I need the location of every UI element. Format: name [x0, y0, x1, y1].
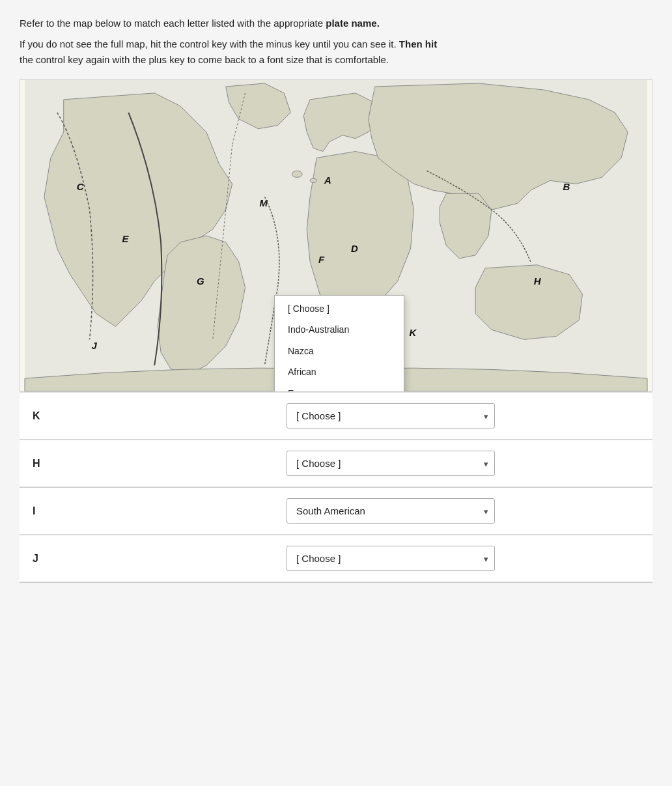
dropdown-item-african[interactable]: African — [275, 361, 404, 382]
plate-select-i[interactable]: [ Choose ] Indo-Australian Nazca African… — [287, 498, 495, 524]
row-label-k: K — [33, 410, 59, 422]
map-container: C B M A E G F D H I J K [ Choose ] Indo-… — [20, 79, 652, 392]
svg-text:M: M — [259, 197, 268, 208]
plate-dropdown-open[interactable]: [ Choose ] Indo-Australian Nazca African… — [274, 295, 404, 392]
svg-text:B: B — [563, 181, 570, 192]
select-wrapper-h: [ Choose ] Indo-Australian Nazca African… — [287, 451, 495, 476]
plate-select-j[interactable]: [ Choose ] Indo-Australian Nazca African… — [287, 546, 495, 571]
row-label-i: I — [33, 505, 59, 517]
svg-text:F: F — [318, 254, 325, 265]
answer-row-i: I [ Choose ] Indo-Australian Nazca Afric… — [20, 488, 652, 535]
answer-row-j: J [ Choose ] Indo-Australian Nazca Afric… — [20, 535, 652, 582]
svg-text:G: G — [197, 275, 204, 287]
svg-point-18 — [310, 178, 316, 182]
svg-text:K: K — [410, 327, 417, 338]
select-wrapper-j: [ Choose ] Indo-Australian Nazca African… — [287, 546, 495, 571]
row-label-h: H — [33, 458, 59, 470]
instruction-line1: Refer to the map below to match each let… — [20, 16, 652, 31]
dropdown-item-indo-australian[interactable]: Indo-Australian — [275, 319, 404, 340]
dropdown-item-european[interactable]: European — [275, 383, 404, 392]
svg-text:C: C — [77, 181, 84, 192]
divider-bottom — [20, 582, 652, 583]
row-label-j: J — [33, 553, 59, 565]
select-wrapper-i: [ Choose ] Indo-Australian Nazca African… — [287, 498, 495, 524]
answer-rows: K [ Choose ] Indo-Australian Nazca Afric… — [20, 392, 652, 583]
dropdown-item-nazca[interactable]: Nazca — [275, 341, 404, 361]
instruction-line2: If you do not see the full map, hit the … — [20, 36, 652, 68]
dropdown-item-choose[interactable]: [ Choose ] — [275, 298, 404, 319]
select-wrapper-k: [ Choose ] Indo-Australian Nazca African… — [287, 403, 495, 428]
svg-point-17 — [292, 171, 302, 177]
instructions: Refer to the map below to match each let… — [20, 16, 652, 68]
svg-text:J: J — [92, 340, 98, 351]
answer-row-k: K [ Choose ] Indo-Australian Nazca Afric… — [20, 393, 652, 440]
svg-text:E: E — [122, 233, 129, 244]
answer-row-h: H [ Choose ] Indo-Australian Nazca Afric… — [20, 440, 652, 487]
plate-select-k[interactable]: [ Choose ] Indo-Australian Nazca African… — [287, 403, 495, 428]
svg-text:H: H — [534, 275, 542, 287]
svg-text:A: A — [324, 175, 331, 186]
plate-select-h[interactable]: [ Choose ] Indo-Australian Nazca African… — [287, 451, 495, 476]
svg-text:D: D — [351, 243, 358, 254]
